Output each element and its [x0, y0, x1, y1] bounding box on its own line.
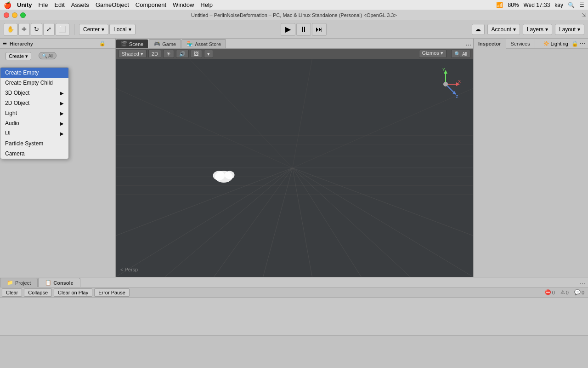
shading-dropdown[interactable]: Shaded ▾	[119, 50, 147, 58]
tab-console[interactable]: 📋 Console	[38, 278, 80, 287]
tab-services[interactable]: Services	[506, 39, 535, 49]
menu-assets[interactable]: Assets	[71, 1, 89, 8]
wifi-icon: 📶	[496, 2, 503, 8]
tab-game[interactable]: 🎮 Game	[149, 39, 181, 48]
message-icon: 💬	[574, 289, 581, 295]
tab-inspector[interactable]: Inspector	[474, 39, 506, 49]
error-pause-button[interactable]: Error Pause	[94, 288, 130, 297]
rotate-tool-button[interactable]: ↻	[31, 23, 42, 36]
tab-project[interactable]: 📁 Project	[0, 278, 38, 287]
maximize-button[interactable]	[20, 12, 26, 18]
menu-item-ui[interactable]: UI ▶	[0, 128, 68, 138]
apple-icon[interactable]: 🍎	[4, 1, 11, 9]
submenu-arrow: ▶	[60, 131, 64, 136]
project-tab-icon: 📁	[7, 280, 13, 286]
menu-gameobject[interactable]: GameObject	[96, 1, 129, 8]
center-dropdown[interactable]: Center ▾	[79, 24, 108, 35]
menu-item-3d-object[interactable]: 3D Object ▶	[0, 88, 68, 98]
menu-item-light[interactable]: Light ▶	[0, 108, 68, 118]
inspector-tab-label: Inspector	[478, 41, 501, 46]
local-dropdown[interactable]: Local ▾	[109, 24, 136, 35]
project-tab-label: Project	[15, 280, 31, 286]
close-button[interactable]	[4, 12, 9, 18]
lighting-toggle[interactable]: ☀	[163, 50, 174, 58]
menu-item-create-empty-child[interactable]: Create Empty Child	[0, 78, 68, 88]
bottom-panel-controls: ⋯	[580, 281, 588, 287]
menu-item-2d-object[interactable]: 2D Object ▶	[0, 98, 68, 108]
services-tab-label: Services	[511, 41, 530, 46]
menu-item-create-empty[interactable]: Create Empty	[0, 68, 68, 78]
2d-toggle[interactable]: 2D	[148, 50, 161, 58]
bottom-area: 📁 Project 📋 Console ⋯ Clear Collapse Cle…	[0, 277, 588, 368]
hand-tool-button[interactable]: ✋	[4, 23, 17, 36]
tab-scene[interactable]: 🎬 Scene	[116, 39, 148, 48]
account-dropdown[interactable]: Account ▾	[487, 24, 520, 35]
console-tab-icon: 📋	[45, 280, 51, 286]
menu-component[interactable]: Component	[136, 1, 166, 8]
play-button[interactable]: ▶	[281, 23, 295, 36]
cloud-button[interactable]: ☁	[472, 24, 485, 35]
scene-toolbar: Shaded ▾ 2D ☀ 🔊 🖼 ▾ Gizmos ▾ 🔍 All	[116, 49, 473, 59]
rect-tool-button[interactable]: ⬜	[56, 23, 69, 36]
svg-text:X: X	[458, 79, 461, 84]
fx-toggle[interactable]: 🖼	[191, 50, 202, 58]
hierarchy-search[interactable]: 🔍 All	[39, 52, 57, 59]
resize-icon[interactable]: ⇲	[582, 12, 586, 18]
more-icon[interactable]: ⋯	[107, 40, 113, 46]
scene-view[interactable]: Y X Z < Persp	[116, 59, 473, 277]
menubar-right: 📶 80% Wed 17:33 kay 🔍 ☰	[496, 2, 584, 8]
gizmos-button[interactable]: Gizmos ▾	[419, 50, 447, 58]
move-tool-button[interactable]: ✛	[18, 23, 30, 36]
lock-icon[interactable]: 🔒	[99, 40, 106, 46]
clear-button[interactable]: Clear	[2, 288, 22, 297]
menu-item-audio[interactable]: Audio ▶	[0, 118, 68, 128]
divider-1	[74, 24, 74, 35]
minimize-button[interactable]	[12, 12, 17, 18]
panel-options-icon[interactable]: ⋯	[465, 41, 471, 48]
scene-tabs-bar: 🎬 Scene 🎮 Game 🏪 Asset Store ⋯	[116, 39, 473, 49]
error-badge: ⛔ 0	[543, 289, 557, 295]
menu-edit[interactable]: Edit	[54, 1, 64, 8]
tab-asset-store[interactable]: 🏪 Asset Store	[181, 39, 226, 48]
menu-item-particle-system[interactable]: Particle System	[0, 138, 68, 149]
more-icon[interactable]: ⋯	[580, 281, 585, 287]
game-tab-label: Game	[162, 41, 176, 47]
hierarchy-panel: ☰ Hierarchy 🔒 ⋯ Create ▾ 🔍 All Create Em…	[0, 39, 116, 277]
layout-dropdown[interactable]: Layout ▾	[555, 24, 584, 35]
audio-toggle[interactable]: 🔊	[176, 50, 189, 58]
step-button[interactable]: ⏭	[312, 23, 327, 36]
menu-file[interactable]: File	[39, 1, 48, 8]
scene-fx-dropdown[interactable]: ▾	[204, 50, 213, 58]
main-area: ☰ Hierarchy 🔒 ⋯ Create ▾ 🔍 All Create Em…	[0, 39, 588, 277]
menu-help[interactable]: Help	[200, 1, 213, 8]
menu-window[interactable]: Window	[173, 1, 194, 8]
menu-item-camera[interactable]: Camera	[0, 149, 68, 159]
chevron-down-icon: ▾	[545, 26, 548, 33]
message-count: 0	[582, 290, 584, 295]
error-icon: ⛔	[545, 289, 551, 295]
datetime-label: Wed 17:33	[523, 2, 550, 8]
lighting-label[interactable]: Lighting	[550, 41, 568, 46]
collapse-button[interactable]: Collapse	[24, 288, 52, 297]
submenu-arrow: ▶	[60, 101, 64, 106]
search-icon: 🔍	[42, 53, 47, 58]
more-icon[interactable]: ⋯	[580, 40, 585, 47]
svg-text:Z: Z	[456, 94, 458, 99]
pause-button[interactable]: ⏸	[296, 23, 311, 36]
notification-icon[interactable]: ☰	[579, 2, 584, 8]
center-area: 🎬 Scene 🎮 Game 🏪 Asset Store ⋯ Shaded ▾ …	[116, 39, 473, 277]
scene-search[interactable]: 🔍 All	[451, 50, 470, 58]
clear-on-play-button[interactable]: Clear on Play	[54, 288, 92, 297]
console-toolbar: Clear Collapse Clear on Play Error Pause…	[0, 288, 588, 298]
svg-point-34	[443, 82, 448, 86]
scale-tool-button[interactable]: ⤢	[43, 23, 55, 36]
lock-icon[interactable]: 🔒	[571, 40, 578, 47]
submenu-arrow: ▶	[60, 91, 64, 96]
create-button[interactable]: Create ▾	[6, 52, 31, 60]
menu-unity[interactable]: Unity	[17, 1, 32, 8]
search-icon[interactable]: 🔍	[568, 2, 575, 8]
layers-dropdown[interactable]: Layers ▾	[523, 24, 552, 35]
lighting-tab-label[interactable]: 🔆	[543, 41, 549, 46]
scene-tab-icon: 🎬	[121, 41, 127, 47]
scene-grid	[116, 59, 473, 277]
